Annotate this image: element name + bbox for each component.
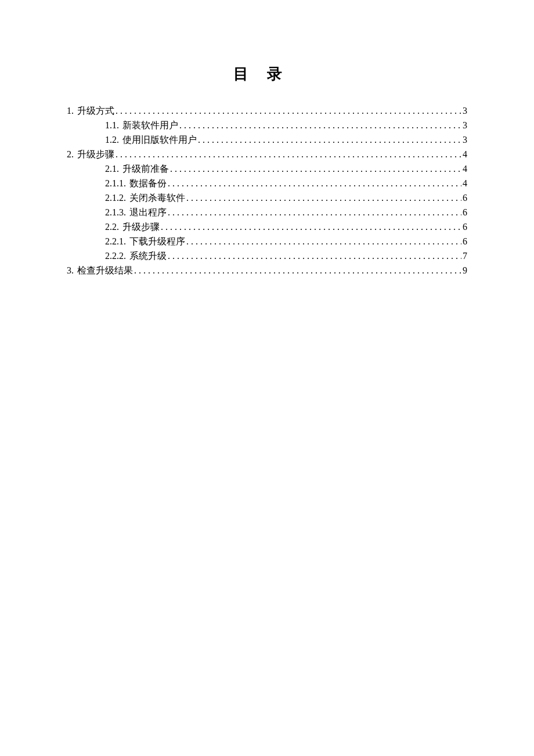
toc-number: 2.2.1 [105, 235, 126, 249]
toc-page: 6 [463, 235, 467, 249]
toc-page: 6 [463, 191, 467, 205]
toc-text: 升级前准备 [122, 162, 169, 176]
toc-dots [116, 104, 461, 118]
toc-number: 3 [67, 264, 74, 278]
toc-entry[interactable]: 2 升级步骤 4 [67, 147, 467, 161]
toc-container: 1 升级方式 3 1.1 新装软件用户 3 1.2 使用旧版软件用户 3 2 升… [67, 104, 467, 278]
toc-entry[interactable]: 2.1 升级前准备 4 [67, 162, 467, 176]
toc-page: 4 [463, 177, 467, 190]
toc-dots [168, 206, 461, 219]
toc-number: 2.1.1 [105, 177, 126, 190]
toc-number: 2.2.2 [105, 249, 126, 263]
toc-dots [186, 191, 461, 205]
toc-entry[interactable]: 2.1.1 数据备份 4 [67, 177, 467, 190]
toc-text: 检查升级结果 [77, 264, 133, 278]
toc-page: 4 [463, 162, 467, 176]
toc-number: 2 [67, 147, 74, 161]
toc-entry[interactable]: 2.2 升级步骤 6 [67, 220, 467, 234]
toc-entry[interactable]: 1.1 新装软件用户 3 [67, 118, 467, 132]
toc-page: 3 [463, 104, 467, 118]
toc-text: 退出程序 [129, 206, 167, 219]
toc-page: 9 [463, 264, 467, 278]
toc-page: 7 [463, 249, 467, 263]
toc-text: 升级步骤 [77, 147, 114, 161]
toc-page: 6 [463, 220, 467, 234]
toc-text: 升级方式 [77, 104, 114, 118]
toc-title: 目录 [67, 64, 467, 84]
toc-text: 升级步骤 [122, 220, 160, 234]
toc-entry[interactable]: 2.2.2 系统升级 7 [67, 249, 467, 263]
toc-number: 2.1.2 [105, 191, 126, 205]
toc-dots [161, 220, 461, 234]
toc-page: 3 [463, 118, 467, 132]
toc-dots [186, 235, 461, 249]
toc-text: 新装软件用户 [122, 118, 178, 132]
toc-entry[interactable]: 1.2 使用旧版软件用户 3 [67, 133, 467, 147]
toc-text: 关闭杀毒软件 [129, 191, 185, 205]
toc-entry[interactable]: 3 检查升级结果 9 [67, 264, 467, 278]
toc-number: 2.1 [105, 162, 119, 176]
toc-entry[interactable]: 2.1.3 退出程序 6 [67, 206, 467, 219]
toc-dots [116, 147, 461, 161]
toc-number: 2.2 [105, 220, 119, 234]
toc-text: 下载升级程序 [129, 235, 185, 249]
toc-dots [168, 249, 461, 263]
toc-dots [198, 133, 461, 147]
toc-page: 3 [463, 133, 467, 147]
toc-dots [134, 264, 461, 278]
toc-page: 6 [463, 206, 467, 219]
toc-text: 使用旧版软件用户 [122, 133, 197, 147]
toc-dots [179, 118, 461, 132]
toc-entry[interactable]: 1 升级方式 3 [67, 104, 467, 118]
toc-dots [168, 177, 461, 190]
toc-page: 4 [463, 147, 467, 161]
toc-entry[interactable]: 2.2.1 下载升级程序 6 [67, 235, 467, 249]
toc-number: 1.2 [105, 133, 119, 147]
toc-number: 1.1 [105, 118, 119, 132]
toc-dots [170, 162, 461, 176]
toc-entry[interactable]: 2.1.2 关闭杀毒软件 6 [67, 191, 467, 205]
toc-number: 1 [67, 104, 74, 118]
toc-text: 系统升级 [129, 249, 167, 263]
toc-text: 数据备份 [129, 177, 167, 190]
toc-number: 2.1.3 [105, 206, 126, 219]
